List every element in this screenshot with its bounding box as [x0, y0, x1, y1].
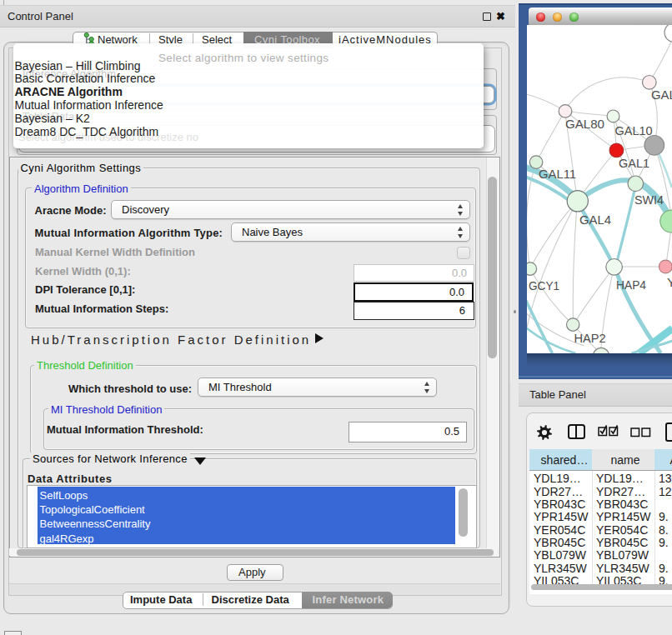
svg-text:HAP2: HAP2: [574, 331, 605, 345]
svg-text:GCY1: GCY1: [529, 278, 559, 292]
svg-text:GAL1: GAL1: [619, 156, 649, 170]
svg-text:GAL10: GAL10: [614, 123, 652, 138]
svg-text:SWI4: SWI4: [634, 192, 664, 207]
svg-text:GAL11: GAL11: [539, 167, 576, 181]
svg-text:GAL4: GAL4: [579, 212, 611, 227]
svg-text:GAL80: GAL80: [565, 117, 604, 131]
svg-text:HAP4: HAP4: [616, 278, 646, 292]
svg-text:Y: Y: [667, 275, 672, 289]
svg-text:GAL7: GAL7: [651, 88, 672, 102]
